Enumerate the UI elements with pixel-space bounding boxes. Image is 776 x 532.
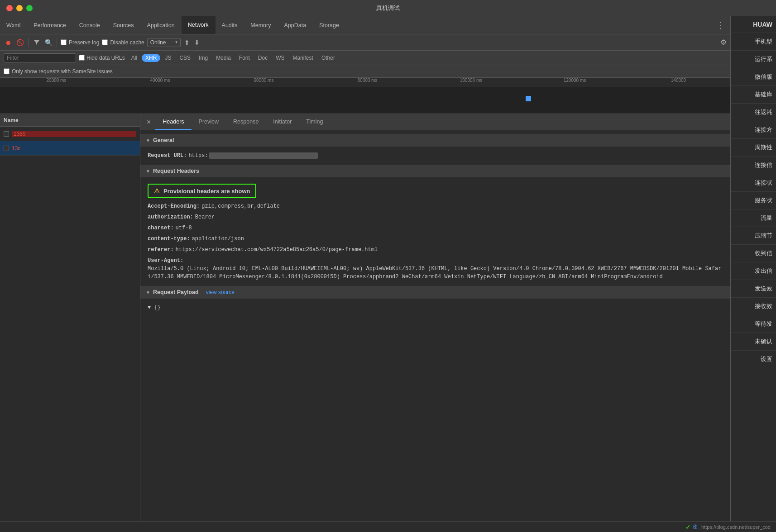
detail-tab-bar: × Headers Preview Response Initiator xyxy=(140,114,730,130)
tab-application[interactable]: Application xyxy=(141,16,182,34)
throttling-select[interactable]: Online Offline Slow 3G Fast 3G xyxy=(147,38,181,47)
view-source-link[interactable]: view source xyxy=(206,289,235,295)
tick-5: 100000 ms xyxy=(419,78,523,87)
tab-bar: Wxml Performance Console Sources Applica… xyxy=(0,16,730,34)
tab-appdata[interactable]: AppData xyxy=(278,16,313,34)
preserve-log-checkbox[interactable]: Preserve log xyxy=(61,39,99,46)
sidebar-received[interactable]: 收到信 xyxy=(731,245,776,262)
detail-close-button[interactable]: × xyxy=(142,118,155,126)
tick-4: 80000 ms xyxy=(316,78,419,87)
detail-tab-timing[interactable]: Timing xyxy=(299,114,330,130)
detail-content: ▼ General Request URL: https: ▼ xyxy=(140,130,730,521)
filter-js[interactable]: JS xyxy=(161,54,175,62)
search-button[interactable]: 🔍 xyxy=(44,38,53,47)
filter-bar: Hide data URLs All XHR JS CSS Img Media … xyxy=(0,51,730,65)
general-section-header[interactable]: ▼ General xyxy=(140,134,730,147)
sidebar-rtt[interactable]: 往返耗 xyxy=(731,104,776,121)
detail-tab-initiator[interactable]: Initiator xyxy=(266,114,299,130)
tab-wxml[interactable]: Wxml xyxy=(0,16,27,34)
sidebar-recv-eff[interactable]: 接收效 xyxy=(731,298,776,315)
record-button[interactable]: ⏺ xyxy=(4,38,13,47)
download-icon[interactable]: ⬇ xyxy=(193,38,201,47)
user-agent-key: User-Agent: xyxy=(148,256,183,265)
tab-sources[interactable]: Sources xyxy=(107,16,141,34)
charset-value: utf-8 xyxy=(176,224,192,232)
tick-6: 120000 ms xyxy=(523,78,627,87)
tab-memory[interactable]: Memory xyxy=(244,16,278,34)
settings-icon[interactable]: ⚙ xyxy=(720,38,727,47)
sidebar-compression[interactable]: 压缩节 xyxy=(731,227,776,245)
request-url-key: Request URL: xyxy=(148,152,187,160)
hide-data-urls-checkbox[interactable]: Hide data URLs xyxy=(79,55,125,61)
payload-value: ▼ {} xyxy=(148,304,161,312)
authorization-value: Bearer xyxy=(195,213,215,221)
filter-other[interactable]: Other xyxy=(318,54,339,62)
tab-storage[interactable]: Storage xyxy=(313,16,346,34)
sidebar-runtime[interactable]: 运行系 xyxy=(731,51,776,68)
detail-tab-preview[interactable]: Preview xyxy=(192,114,226,130)
filter-img[interactable]: Img xyxy=(195,54,211,62)
request-headers-section-header[interactable]: ▼ Request Headers xyxy=(140,165,730,177)
clear-button[interactable]: 🚫 xyxy=(15,38,24,47)
user-agent-value: Mozilla/5.0 (Linux; Android 10; EML-AL00… xyxy=(148,265,723,281)
detail-tab-response[interactable]: Response xyxy=(226,114,266,130)
filter-font[interactable]: Font xyxy=(235,54,254,62)
tab-performance[interactable]: Performance xyxy=(27,16,73,34)
request-item-2[interactable]: 13c xyxy=(0,141,140,156)
payload-body: ▼ {} xyxy=(148,302,723,313)
sidebar-settings[interactable]: 设置 xyxy=(731,351,776,368)
bottom-bar: ✓ 使 https://blog.csdn.net/super_cod xyxy=(0,521,776,532)
sidebar-pending-send[interactable]: 等待发 xyxy=(731,315,776,333)
charset-row: charset: utf-8 xyxy=(148,223,723,233)
sidebar-traffic[interactable]: 流量 xyxy=(731,209,776,227)
disable-cache-checkbox[interactable]: Disable cache xyxy=(102,39,144,46)
general-section-body: Request URL: https: xyxy=(140,147,730,165)
samesite-row: Only show requests with SameSite issues xyxy=(0,65,730,78)
accept-encoding-row: Accept-Encoding: gzip,compress,br,deflat… xyxy=(148,201,723,212)
maximize-button[interactable] xyxy=(26,5,33,11)
samesite-checkbox[interactable]: Only show requests with SameSite issues xyxy=(4,68,113,75)
content-type-key: content-type: xyxy=(148,235,190,243)
filter-css[interactable]: CSS xyxy=(176,54,194,62)
sidebar-sent[interactable]: 发出信 xyxy=(731,262,776,280)
tab-audits[interactable]: Audits xyxy=(216,16,244,34)
filter-manifest[interactable]: Manifest xyxy=(289,54,317,62)
filter-all[interactable]: All xyxy=(128,54,141,62)
close-button[interactable] xyxy=(6,5,13,11)
sidebar-connection-info[interactable]: 连接信 xyxy=(731,157,776,174)
tab-network[interactable]: Network xyxy=(182,16,216,34)
request-item-1[interactable]: 1389 xyxy=(0,127,140,141)
filter-media[interactable]: Media xyxy=(212,54,235,62)
detail-tab-headers[interactable]: Headers xyxy=(155,114,191,130)
sidebar-connection[interactable]: 连接方 xyxy=(731,121,776,139)
content-type-value: application/json xyxy=(192,235,244,243)
minimize-button[interactable] xyxy=(16,5,23,11)
warning-triangle-icon: ⚠ xyxy=(154,187,160,195)
sidebar-unconfirmed[interactable]: 未确认 xyxy=(731,333,776,351)
sidebar-send-eff[interactable]: 发送效 xyxy=(731,280,776,298)
request-checkbox-1[interactable] xyxy=(4,131,9,137)
filter-ws[interactable]: WS xyxy=(272,54,288,62)
sidebar-base-lib[interactable]: 基础库 xyxy=(731,86,776,104)
filter-toggle-button[interactable] xyxy=(32,38,41,47)
request-url-row: Request URL: https: xyxy=(148,150,723,161)
upload-icon[interactable]: ⬆ xyxy=(183,38,191,47)
sidebar-wechat-version[interactable]: 微信版 xyxy=(731,68,776,86)
sidebar-phone-model[interactable]: 手机型 xyxy=(731,33,776,51)
provisional-warning: ⚠ Provisional headers are shown xyxy=(148,184,256,198)
request-checkbox-2[interactable] xyxy=(4,146,9,151)
filter-input[interactable] xyxy=(7,55,73,61)
more-tabs-button[interactable]: ⋮ xyxy=(711,20,730,30)
authorization-row: authorization: Bearer xyxy=(148,212,723,223)
request-list-header: Name xyxy=(0,114,140,127)
general-arrow-icon: ▼ xyxy=(146,138,150,143)
filter-input-wrap xyxy=(4,53,76,62)
filter-xhr[interactable]: XHR xyxy=(142,54,160,62)
tick-3: 60000 ms xyxy=(212,78,316,87)
request-payload-section-header[interactable]: ▼ Request Payload view source xyxy=(140,286,730,299)
tab-console[interactable]: Console xyxy=(73,16,107,34)
sidebar-service-status[interactable]: 服务状 xyxy=(731,192,776,209)
filter-doc[interactable]: Doc xyxy=(254,54,271,62)
sidebar-periodic[interactable]: 周期性 xyxy=(731,139,776,157)
sidebar-connection-status[interactable]: 连接状 xyxy=(731,174,776,192)
